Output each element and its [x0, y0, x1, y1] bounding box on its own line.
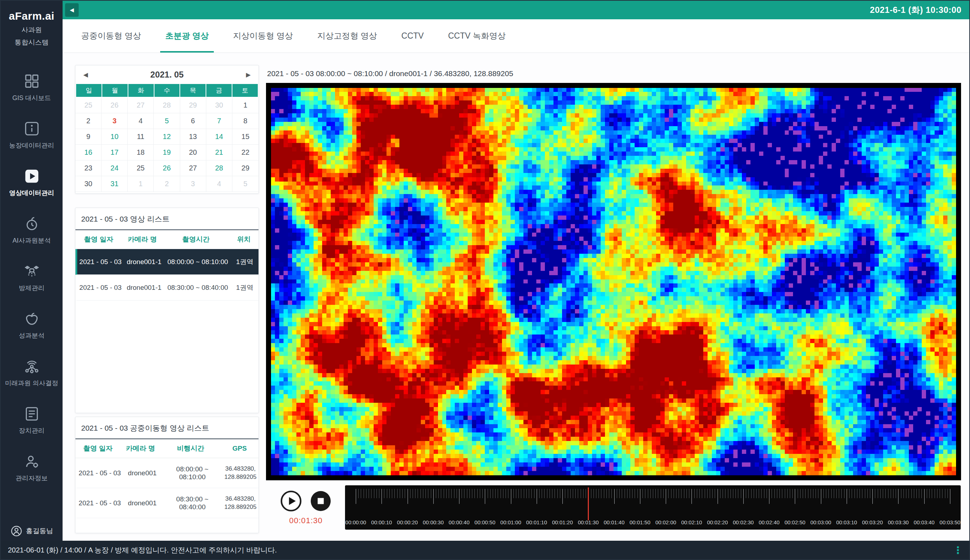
sidebar-item-pest-control[interactable]: 방제관리: [1, 254, 63, 301]
tab-ground-fixed-video[interactable]: 지상고정형 영상: [305, 19, 389, 53]
timeline-label: 00:03:00: [810, 519, 831, 525]
video-list-header-cell: 촬영시간: [163, 235, 229, 244]
calendar-day-cell[interactable]: 1: [232, 98, 259, 113]
video-list-cell: 08:00:00 ~ 08:10:00: [164, 258, 231, 266]
calendar-day-header: 토: [232, 84, 258, 97]
timeline-label: 00:00:40: [449, 519, 469, 525]
calendar-day-cell[interactable]: 16: [75, 145, 102, 160]
calendar-day-cell[interactable]: 5: [232, 176, 259, 192]
tab-hyperspectral-video[interactable]: 초분광 영상: [153, 19, 220, 53]
user-name: 홍길동님: [26, 527, 53, 536]
calendar-day-cell[interactable]: 30: [206, 98, 232, 113]
video-list-panel: 2021 - 05 - 03 영상 리스트 촬영 일자카메라 명촬영시간위치 2…: [75, 208, 259, 413]
sidebar-item-device[interactable]: 장치관리: [1, 396, 63, 444]
calendar-day-cell[interactable]: 21: [206, 145, 232, 160]
timeline-label: 00:02:50: [785, 519, 805, 525]
calendar-day-cell[interactable]: 26: [154, 160, 180, 176]
calendar-day-cell[interactable]: 14: [206, 129, 232, 145]
calendar-day-cell[interactable]: 3: [180, 176, 206, 192]
stop-button[interactable]: [310, 490, 332, 512]
calendar-day-cell[interactable]: 25: [75, 98, 102, 113]
calendar-day-cell[interactable]: 9: [75, 129, 102, 145]
aerial-list-row[interactable]: 2021 - 05 - 03drone00108:00:00 ~ 08:10:0…: [75, 458, 259, 488]
sidebar-item-label: 미래과원 의사결정: [5, 379, 58, 387]
sidebar-item-future-decision[interactable]: 미래과원 의사결정: [1, 349, 63, 396]
stop-icon: [317, 498, 324, 504]
calendar-day-cell[interactable]: 29: [180, 98, 206, 113]
calendar-day-cell[interactable]: 4: [128, 113, 154, 129]
calendar-day-cell[interactable]: 20: [180, 145, 206, 160]
calendar-day-cell[interactable]: 11: [128, 129, 154, 145]
calendar-day-cell[interactable]: 2: [154, 176, 180, 192]
timeline[interactable]: 00:00:0000:00:1000:00:2000:00:3000:00:40…: [345, 485, 961, 530]
sidebar-collapse-button[interactable]: ◀: [65, 3, 78, 17]
calendar-day-cell[interactable]: 26: [102, 98, 128, 113]
timeline-label: 00:02:40: [759, 519, 780, 525]
calendar-day-cell[interactable]: 6: [180, 113, 206, 129]
overflow-menu-button[interactable]: ⋮: [953, 544, 969, 556]
timeline-label: 00:03:50: [940, 519, 960, 525]
calendar-day-cell[interactable]: 28: [206, 160, 232, 176]
sidebar-item-performance[interactable]: 성과분석: [1, 301, 63, 349]
sidebar-item-label: 장치관리: [19, 426, 45, 435]
calendar-day-cell[interactable]: 24: [102, 160, 128, 176]
brand-subtitle-2: 통합시스템: [1, 38, 63, 47]
timeline-playhead[interactable]: [588, 487, 589, 520]
user-profile[interactable]: 홍길동님: [1, 525, 63, 537]
video-list-row[interactable]: 2021 - 05 - 03drone001-108:30:00 ~ 08:40…: [75, 275, 259, 300]
tab-cctv-recorded[interactable]: CCTV 녹화영상: [436, 19, 518, 53]
video-list-cell: 1권역: [231, 283, 259, 292]
farm-data-info-icon: [23, 120, 40, 137]
sidebar-item-video-data[interactable]: 영상데이터관리: [1, 159, 63, 206]
calendar-day-cell[interactable]: 2: [75, 113, 102, 129]
sidebar-item-label: 방제관리: [19, 284, 45, 292]
calendar-day-cell[interactable]: 10: [102, 129, 128, 145]
timeline-labels: 00:00:0000:00:1000:00:2000:00:3000:00:40…: [345, 485, 961, 530]
calendar-day-cell[interactable]: 7: [206, 113, 232, 129]
tab-aerial-video[interactable]: 공중이동형 영상: [69, 19, 153, 53]
calendar-next-button[interactable]: ▶: [244, 70, 253, 80]
calendar-day-cell[interactable]: 27: [180, 160, 206, 176]
sidebar-item-label: 관리자정보: [16, 474, 48, 482]
calendar-day-cell[interactable]: 28: [154, 98, 180, 113]
calendar-day-cell[interactable]: 1: [128, 176, 154, 192]
calendar-day-cell[interactable]: 13: [180, 129, 206, 145]
sidebar-item-gis-dashboard[interactable]: GIS 대시보드: [1, 63, 63, 111]
apple-chart-icon: [23, 310, 40, 327]
sidebar-item-ai-analysis[interactable]: AI사과원분석: [1, 206, 63, 254]
sidebar-item-farm-data[interactable]: 농장데이터관리: [1, 111, 63, 159]
calendar-day-cell[interactable]: 22: [232, 145, 259, 160]
app-window: aFarm.ai 사과원 통합시스템 GIS 대시보드농장데이터관리영상데이터관…: [0, 0, 970, 560]
calendar-prev-button[interactable]: ◀: [81, 70, 90, 80]
calendar-day-cell[interactable]: 29: [232, 160, 259, 176]
calendar-day-cell[interactable]: 23: [75, 160, 102, 176]
calendar-day-cell[interactable]: 19: [154, 145, 180, 160]
collapse-arrow-icon: ◀: [70, 7, 74, 13]
calendar-day-header: 금: [206, 84, 232, 97]
sidebar-item-admin[interactable]: 관리자정보: [1, 444, 63, 492]
calendar-day-cell[interactable]: 30: [75, 176, 102, 192]
calendar-day-cell[interactable]: 12: [154, 129, 180, 145]
video-list-row[interactable]: 2021 - 05 - 03drone001-108:00:00 ~ 08:10…: [75, 249, 259, 275]
aerial-list-cell: 36.483280, 128.889205: [222, 465, 259, 481]
calendar-day-cell[interactable]: 5: [154, 113, 180, 129]
calendar-day-cell[interactable]: 31: [102, 176, 128, 192]
calendar-day-cell[interactable]: 4: [206, 176, 232, 192]
calendar-day-cell[interactable]: 27: [128, 98, 154, 113]
calendar-day-cell[interactable]: 3: [102, 113, 128, 129]
calendar-day-cell[interactable]: 18: [128, 145, 154, 160]
aerial-list-cell: 36.483280, 128.889205: [222, 495, 259, 511]
calendar-day-cell[interactable]: 17: [102, 145, 128, 160]
timeline-label: 00:01:50: [629, 519, 650, 525]
calendar-day-cell[interactable]: 8: [232, 113, 259, 129]
timeline-label: 00:02:20: [707, 519, 728, 525]
tab-cctv[interactable]: CCTV: [389, 19, 436, 53]
tab-ground-mobile-video[interactable]: 지상이동형 영상: [221, 19, 305, 53]
video-stage: [266, 83, 961, 480]
play-button[interactable]: [280, 490, 302, 512]
timeline-label: 00:03:40: [914, 519, 935, 525]
aerial-list-cell: drone001: [122, 469, 162, 477]
calendar-day-cell[interactable]: 15: [232, 129, 259, 145]
aerial-list-row[interactable]: 2021 - 05 - 03drone00108:30:00 ~ 08:40:0…: [75, 488, 259, 518]
calendar-day-cell[interactable]: 25: [128, 160, 154, 176]
